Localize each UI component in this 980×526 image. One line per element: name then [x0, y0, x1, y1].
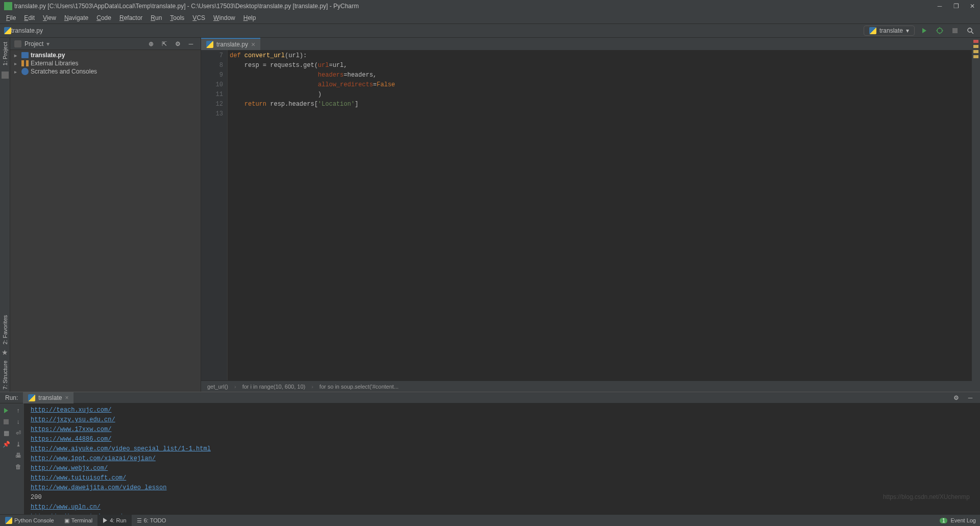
bottom-tool-strip: Python Console▣Terminal4: Run☰6: TODO1Ev… [0, 514, 980, 526]
run-hide-icon[interactable]: ─ [965, 392, 976, 403]
locate-icon[interactable]: ⊕ [145, 38, 157, 50]
console-link[interactable]: http://jxzy.ysu.edu.cn/ [31, 415, 974, 425]
menu-help[interactable]: Help [239, 13, 260, 22]
menu-run[interactable]: Run [146, 13, 166, 22]
tree-label: Scratches and Consoles [31, 68, 97, 75]
tool-label: 4: Run [110, 517, 126, 523]
close-tab-icon[interactable]: × [251, 40, 255, 49]
warning-marker[interactable] [973, 55, 978, 58]
close-button[interactable]: ✕ [969, 3, 976, 10]
menu-code[interactable]: Code [92, 13, 115, 22]
console-link[interactable]: http://www.tuituisoft.com/ [31, 473, 974, 483]
tree-item[interactable]: ▸External Libraries [10, 59, 201, 67]
breadcrumb-path[interactable]: translate.py [11, 27, 43, 34]
event-log-button[interactable]: Event Log [950, 517, 976, 523]
run-config-selector[interactable]: translate ▾ [864, 26, 915, 36]
clear-button[interactable]: 🗑 [13, 462, 23, 472]
tree-item[interactable]: ▸Scratches and Consoles [10, 67, 201, 76]
project-dropdown-icon[interactable]: ▾ [46, 40, 50, 47]
menu-tools[interactable]: Tools [166, 13, 188, 22]
warning-marker[interactable] [973, 45, 978, 48]
down-button[interactable]: ↓ [13, 417, 23, 427]
menu-bar: FileEditViewNavigateCodeRefactorRunTools… [0, 12, 980, 24]
scratch-icon [21, 68, 29, 75]
expand-arrow-icon[interactable]: ▸ [14, 53, 19, 58]
window-title: translate.py [C:\Users\17503\AppData\Loc… [14, 3, 936, 10]
console-link[interactable]: http://www.aiyuke.com/video_special_list… [31, 444, 974, 454]
warning-marker[interactable] [973, 50, 978, 53]
menu-view[interactable]: View [39, 13, 60, 22]
menu-navigate[interactable]: Navigate [60, 13, 92, 22]
settings-icon[interactable]: ⚙ [172, 38, 183, 50]
bottom-tool-todo[interactable]: ☰6: TODO [132, 515, 172, 526]
project-tool-button[interactable]: 1: Project [2, 40, 8, 67]
bottom-tool-run[interactable]: 4: Run [97, 515, 131, 526]
debug-button[interactable] [934, 25, 945, 36]
console-link[interactable]: https://www.44886.com/ [31, 435, 974, 444]
run-icon [103, 518, 108, 523]
breadcrumb-segment[interactable]: for so in soup.select('#content... [320, 384, 399, 390]
stop-run-button[interactable] [1, 417, 11, 427]
run-panel: Run: translate × ⚙ ─ ▦ 📌 ↑ ↓ ⏎ ⤓ 🖶 🗑 htt… [0, 392, 980, 514]
favorites-tool-button[interactable]: 2: Favorites [2, 313, 8, 346]
minimize-button[interactable]: ─ [936, 3, 943, 10]
console-link[interactable]: https://www.17xxw.com/ [31, 425, 974, 435]
menu-file[interactable]: File [2, 13, 20, 22]
run-panel-label: Run: [0, 394, 23, 401]
console-link[interactable]: http://www.upln.cn/ [31, 503, 974, 512]
stop-button[interactable] [949, 25, 961, 36]
run-toolbar-secondary: ↑ ↓ ⏎ ⤓ 🖶 🗑 [12, 403, 24, 514]
tool-label: Terminal [71, 517, 93, 523]
code-area[interactable]: def convert_url(url): resp = requests.ge… [228, 50, 972, 380]
console-link[interactable]: http://www.daweijita.com/video_lesson [31, 483, 974, 493]
svg-line-7 [971, 32, 973, 34]
menu-refactor[interactable]: Refactor [115, 13, 146, 22]
bottom-tool-pythonconsole[interactable]: Python Console [0, 515, 59, 526]
python-file-icon [4, 27, 11, 34]
menu-edit[interactable]: Edit [20, 13, 39, 22]
dropdown-icon: ▾ [906, 27, 909, 34]
left-tool-strip: 1: Project 2: Favorites ★ 7: Structure [0, 38, 10, 392]
rerun-button[interactable] [1, 405, 11, 416]
maximize-button[interactable]: ❐ [952, 3, 960, 10]
project-tree[interactable]: ▸translate.py▸External Libraries▸Scratch… [10, 50, 201, 392]
console-link[interactable]: http://www.1ppt.com/xiazai/kejian/ [31, 454, 974, 464]
editor-content[interactable]: 78910111213 def convert_url(url): resp =… [201, 50, 972, 380]
hide-icon[interactable]: ─ [185, 38, 197, 50]
run-tab[interactable]: translate × [23, 392, 74, 403]
wrap-button[interactable]: ⏎ [13, 428, 23, 438]
search-button[interactable] [965, 25, 976, 36]
error-marker[interactable] [973, 40, 978, 43]
console-link[interactable]: http://teach.xujc.com/ [31, 405, 974, 415]
breadcrumb-segment[interactable]: get_url() [207, 384, 228, 390]
python-icon [869, 27, 876, 34]
layout-button[interactable]: ▦ [1, 428, 11, 438]
close-run-tab-icon[interactable]: × [65, 394, 68, 401]
structure-tool-button[interactable]: 7: Structure [2, 358, 8, 392]
tree-item[interactable]: ▸translate.py [10, 51, 201, 59]
menu-vcs[interactable]: VCS [188, 13, 209, 22]
code-breadcrumb[interactable]: get_url()›for i in range(10, 600, 10)›fo… [201, 380, 972, 392]
up-button[interactable]: ↑ [13, 405, 23, 416]
print-button[interactable]: 🖶 [13, 450, 23, 461]
console-link[interactable]: http://www.webjx.com/ [31, 464, 974, 473]
collapse-icon[interactable]: ⇱ [159, 38, 170, 50]
console-output[interactable]: http://teach.xujc.com/http://jxzy.ysu.ed… [24, 403, 980, 514]
editor-tab-translate[interactable]: translate.py × [201, 38, 260, 50]
editor-area: translate.py × 78910111213 def convert_u… [201, 38, 972, 392]
breadcrumb-segment[interactable]: for i in range(10, 600, 10) [242, 384, 306, 390]
menu-window[interactable]: Window [209, 13, 239, 22]
folder-icon [21, 52, 29, 58]
bottom-tool-terminal[interactable]: ▣Terminal [59, 515, 98, 526]
expand-arrow-icon[interactable]: ▸ [14, 61, 19, 66]
console-link[interactable]: http://weike.enetedu.com/ [31, 512, 974, 514]
scroll-button[interactable]: ⤓ [13, 439, 23, 449]
run-button[interactable] [919, 25, 930, 36]
svg-point-0 [937, 28, 942, 33]
run-settings-icon[interactable]: ⚙ [950, 392, 962, 403]
folder-icon[interactable] [2, 71, 9, 79]
svg-rect-5 [952, 28, 958, 33]
pin-button[interactable]: 📌 [1, 439, 11, 449]
expand-arrow-icon[interactable]: ▸ [14, 69, 19, 75]
right-marker-bar [972, 38, 980, 392]
